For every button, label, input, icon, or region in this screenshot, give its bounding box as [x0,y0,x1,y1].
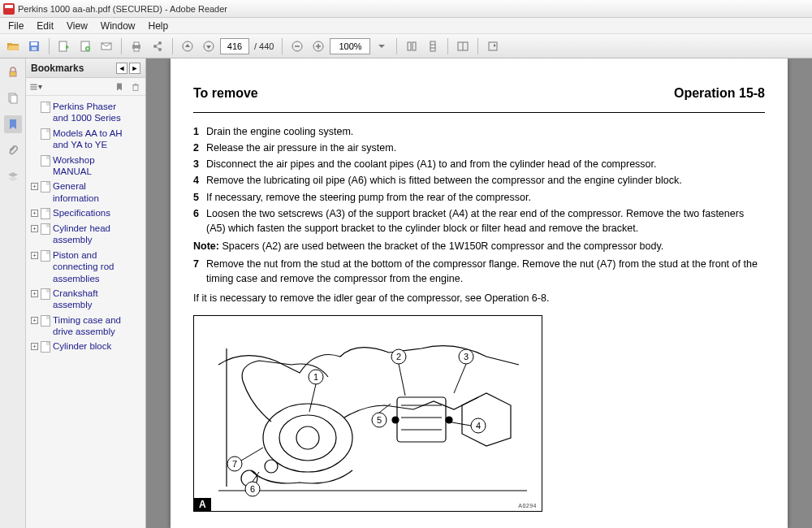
bookmarks-title: Bookmarks [31,63,84,74]
svg-rect-29 [210,340,527,495]
svg-text:7: 7 [232,459,237,469]
svg-rect-28 [133,84,138,90]
toolbar: / 440 [0,34,812,58]
bookmarks-panel: Bookmarks ◄ ► ▾ +Perkins Phaser and 1000… [26,58,146,528]
thumbnails-icon[interactable] [4,89,22,107]
bm-new-icon[interactable] [113,80,126,93]
zoom-out-button[interactable] [287,37,307,56]
bookmark-item[interactable]: +Workshop MANUAL [28,153,144,180]
bookmark-label: Timing case and drive assembly [53,314,134,338]
bookmarks-icon[interactable] [4,115,22,133]
svg-rect-18 [412,42,416,50]
bookmark-label: Perkins Phaser and 1000 Series [53,101,134,124]
menu-file[interactable]: File [2,19,30,33]
svg-rect-25 [30,84,37,84]
expand-icon[interactable]: + [31,210,38,217]
svg-rect-24 [11,95,17,103]
page-icon [41,341,50,353]
bookmark-item[interactable]: +Specifications [28,206,144,221]
figure-label: A [194,498,211,511]
expand-icon[interactable]: + [31,343,38,350]
svg-text:3: 3 [464,352,469,361]
bookmark-label: Cylinder block [53,340,111,352]
layers-icon[interactable] [4,167,22,185]
bookmark-label: General information [53,180,134,204]
expand-icon[interactable]: + [31,290,38,297]
svg-text:6: 6 [250,484,255,494]
bookmarks-tree[interactable]: +Perkins Phaser and 1000 Series+Models A… [26,96,145,528]
menu-edit[interactable]: Edit [30,19,60,33]
bookmark-label: Models AA to AH and YA to YE [53,128,134,151]
svg-rect-17 [408,42,411,50]
figure-code: A0294 [518,503,537,509]
svg-rect-22 [10,71,16,76]
bm-prev-icon[interactable]: ◄ [116,63,127,74]
svg-text:1: 1 [313,372,318,382]
bookmark-label: Cylinder head assembly [53,223,134,246]
figure-a: 1 2 3 4 5 6 7 A A0294 [193,315,542,512]
bm-options-icon[interactable]: ▾ [29,80,42,93]
document-area[interactable]: To remove Operation 15-8 1Drain the engi… [146,58,812,528]
svg-point-37 [392,417,399,423]
bookmark-label: Piston and connecting rod assemblies [53,249,134,284]
svg-rect-27 [30,89,37,89]
svg-rect-9 [134,48,139,51]
bm-delete-icon[interactable] [129,80,142,93]
page-icon [41,288,50,300]
bookmark-item[interactable]: +Models AA to AH and YA to YE [28,126,144,153]
svg-rect-1 [31,42,37,45]
zoom-in-button[interactable] [309,37,328,56]
window-title: Perkins 1000 aa-ah.pdf (SECURED) - Adobe… [18,4,227,14]
bookmark-item[interactable]: +Crankshaft assembly [28,286,144,313]
attachments-icon[interactable] [4,141,22,159]
security-icon[interactable] [4,63,22,81]
bookmark-label: Specifications [53,207,110,219]
page-total-label: / 440 [251,41,277,51]
expand-icon[interactable]: + [31,183,38,190]
bookmark-label: Crankshaft assembly [53,288,134,311]
expand-icon[interactable]: + [31,225,38,232]
view-single-button[interactable] [402,37,421,56]
svg-text:5: 5 [377,415,382,425]
fullscreen-button[interactable] [483,37,503,56]
share-button[interactable] [148,37,167,56]
operation-number: Operation 15-8 [674,86,765,101]
save-button[interactable] [24,37,44,56]
section-title: To remove [193,86,258,101]
svg-text:2: 2 [396,352,401,361]
create-pdf-button[interactable] [76,37,95,56]
svg-rect-21 [489,42,497,50]
page-icon [41,128,50,140]
menu-view[interactable]: View [60,19,94,33]
bookmark-item[interactable]: +Piston and connecting rod assemblies [28,248,144,286]
page-number-input[interactable] [220,38,249,54]
zoom-dropdown[interactable] [372,37,391,56]
read-mode-button[interactable] [453,37,473,56]
print-button[interactable] [127,37,146,56]
svg-rect-26 [30,86,37,87]
menu-help[interactable]: Help [142,19,175,33]
bookmark-item[interactable]: +Timing case and drive assembly [28,313,144,340]
page-up-button[interactable] [178,37,197,56]
page-icon [41,315,50,327]
open-button[interactable] [3,37,23,56]
email-button[interactable] [97,37,116,56]
bookmark-item[interactable]: +General information [28,179,144,206]
bookmark-item[interactable]: +Perkins Phaser and 1000 Series [28,99,144,126]
export-pdf-button[interactable] [54,37,74,56]
svg-text:4: 4 [476,421,481,431]
expand-icon[interactable]: + [31,317,38,324]
expand-icon[interactable]: + [31,252,38,259]
zoom-input[interactable] [330,38,370,54]
menubar: File Edit View Window Help [0,18,812,34]
svg-rect-19 [430,41,435,51]
bookmark-item[interactable]: +Cylinder head assembly [28,221,144,248]
svg-rect-2 [32,47,37,50]
menu-window[interactable]: Window [94,19,142,33]
pdf-page: To remove Operation 15-8 1Drain the engi… [171,58,788,528]
page-down-button[interactable] [199,37,218,56]
view-scroll-button[interactable] [423,37,443,56]
bm-next-icon[interactable]: ► [129,63,140,74]
svg-rect-8 [134,42,139,45]
bookmark-item[interactable]: +Cylinder block [28,339,144,354]
